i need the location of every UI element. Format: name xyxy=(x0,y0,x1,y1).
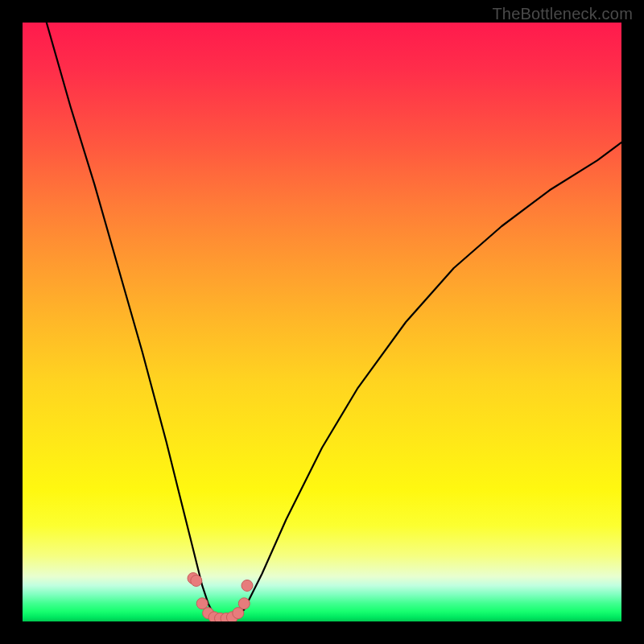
chart-frame: TheBottleneck.com xyxy=(0,0,644,644)
curve-layer xyxy=(47,23,621,621)
chart-svg xyxy=(23,23,621,621)
dip-dot xyxy=(191,575,202,586)
dip-dot xyxy=(238,598,250,609)
plot-area xyxy=(23,23,621,621)
dip-dot xyxy=(242,580,253,591)
bottleneck-curve xyxy=(47,23,621,621)
dip-dots-layer xyxy=(188,572,253,621)
watermark-text: TheBottleneck.com xyxy=(492,5,633,23)
